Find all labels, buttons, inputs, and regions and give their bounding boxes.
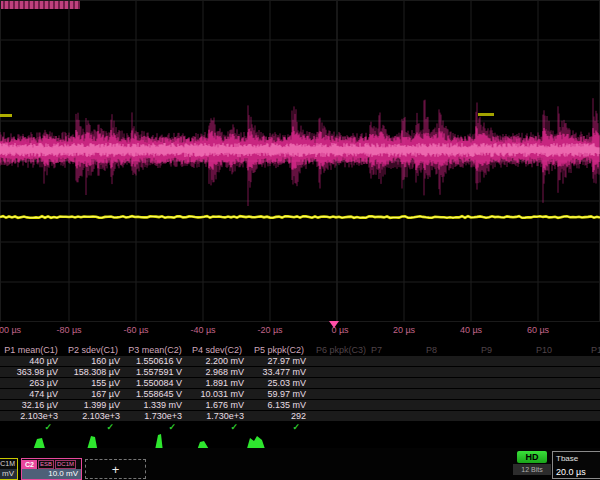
param-header-cell[interactable]: P9 xyxy=(475,345,530,356)
c1-level-marker xyxy=(478,113,494,116)
measure-value-cell: 1.557591 V xyxy=(124,367,186,377)
hd-mode-badge[interactable]: HD xyxy=(517,451,547,463)
measure-value-cell xyxy=(530,400,585,410)
measure-value-cell xyxy=(585,378,600,388)
measure-value-cell xyxy=(475,378,530,388)
c2-esb-badge: ESB xyxy=(38,460,54,469)
param-header-cell[interactable]: P3 mean(C2) xyxy=(124,345,186,356)
param-header-cell[interactable]: P2 sdev(C1) xyxy=(62,345,124,356)
measure-value-cell: 167 µV xyxy=(62,389,124,399)
measure-value-cell xyxy=(530,411,585,421)
measurement-table: P1 mean(C1)P2 sdev(C1)P3 mean(C2)P4 sdev… xyxy=(0,345,600,433)
measure-value-cell: 292 xyxy=(248,411,310,421)
c1-level-marker-left[interactable] xyxy=(0,114,12,117)
c2-coupling-badge: DC1M xyxy=(55,460,76,469)
timebase-label: Tbase xyxy=(553,452,600,466)
c1-scale-value: 0 mV xyxy=(0,469,17,479)
oscilloscope-screen: -100 µs-80 µs-60 µs-40 µs-20 µs0 µs20 µs… xyxy=(0,0,600,480)
measure-value-cell xyxy=(475,389,530,399)
trigger-position-marker[interactable] xyxy=(329,321,339,328)
measure-value-cell: 1.891 mV xyxy=(186,378,248,388)
measure-value-cell: 10.031 mV xyxy=(186,389,248,399)
axis-tick-label: -60 µs xyxy=(123,325,148,335)
measure-value-cell xyxy=(420,356,475,366)
measure-value-cell xyxy=(530,378,585,388)
measure-value-cell xyxy=(585,389,600,399)
measure-value-cell: 25.03 mV xyxy=(248,378,310,388)
measure-value-cell xyxy=(420,367,475,377)
measure-value-cell xyxy=(475,400,530,410)
plus-icon: + xyxy=(112,462,120,477)
measure-value-cell: 440 µV xyxy=(0,356,62,366)
axis-tick-label: -20 µs xyxy=(257,325,282,335)
descriptor-bar: DC1M 0 mV C2 ESB DC1M 10.0 mV + HD 12 Bi… xyxy=(0,448,600,480)
param-header-cell[interactable]: P1 mean(C1) xyxy=(0,345,62,356)
measure-value-cell: 363.98 µV xyxy=(0,367,62,377)
measure-value-cell xyxy=(585,411,600,421)
measure-value-cell: 6.135 mV xyxy=(248,400,310,410)
measure-value-cell xyxy=(585,400,600,410)
measure-value-cell: 1.676 mV xyxy=(186,400,248,410)
measure-value-cell xyxy=(310,367,365,377)
c1-descriptor-box[interactable]: DC1M 0 mV xyxy=(0,458,18,480)
param-header-cell[interactable]: P4 sdev(C2) xyxy=(186,345,248,356)
measure-value-cell: 2.103e+3 xyxy=(0,411,62,421)
measure-value-cell xyxy=(420,400,475,410)
param-header-cell[interactable]: P6 pkpk(C3) xyxy=(310,345,365,356)
c1-trace xyxy=(0,216,600,218)
measure-value-cell: 32.16 µV xyxy=(0,400,62,410)
measure-value-cell: 160 µV xyxy=(62,356,124,366)
measure-value-cell xyxy=(475,411,530,421)
measure-value-cell xyxy=(310,400,365,410)
measure-value-cell: 1.399 µV xyxy=(62,400,124,410)
c2-scale-value: 10.0 mV xyxy=(22,469,81,479)
measure-value-cell xyxy=(365,367,420,377)
param-header-cell[interactable]: P11 xyxy=(585,345,600,356)
measure-value-cell: 2.103e+3 xyxy=(62,411,124,421)
param-header-cell[interactable]: P7 xyxy=(365,345,420,356)
axis-tick-label: -100 µs xyxy=(0,325,21,335)
measure-value-cell xyxy=(420,389,475,399)
measure-value-cell xyxy=(310,411,365,421)
measure-value-cell xyxy=(310,389,365,399)
graticule-and-traces xyxy=(0,0,600,322)
c2-noise-trace xyxy=(0,98,599,206)
measure-value-cell xyxy=(475,356,530,366)
timebase-axis: -100 µs-80 µs-60 µs-40 µs-20 µs0 µs20 µs… xyxy=(0,321,600,338)
axis-tick-label: -40 µs xyxy=(190,325,215,335)
measure-value-cell: 27.97 mV xyxy=(248,356,310,366)
measure-value-cell: 1.550616 V xyxy=(124,356,186,366)
measure-value-cell: 1.550084 V xyxy=(124,378,186,388)
measure-value-cell xyxy=(310,378,365,388)
c2-descriptor-box[interactable]: C2 ESB DC1M 10.0 mV xyxy=(21,458,82,480)
measure-value-cell xyxy=(475,367,530,377)
measure-value-cell xyxy=(585,356,600,366)
measure-value-cell: 155 µV xyxy=(62,378,124,388)
measure-value-cell xyxy=(365,356,420,366)
measure-value-cell: 1.730e+3 xyxy=(124,411,186,421)
param-header-cell[interactable]: P5 pkpk(C2) xyxy=(248,345,310,356)
hd-bits-label: 12 Bits xyxy=(513,464,551,475)
measure-value-cell xyxy=(420,411,475,421)
measure-value-cell xyxy=(365,378,420,388)
measure-value-cell: 59.97 mV xyxy=(248,389,310,399)
measure-value-cell xyxy=(365,389,420,399)
measure-value-cell: 2.968 mV xyxy=(186,367,248,377)
measure-value-cell xyxy=(365,400,420,410)
axis-tick-label: 40 µs xyxy=(460,325,482,335)
measure-value-cell xyxy=(365,411,420,421)
measure-value-cell: 474 µV xyxy=(0,389,62,399)
measure-value-cell xyxy=(585,367,600,377)
measure-value-cell: 263 µV xyxy=(0,378,62,388)
measure-value-cell: 1.558645 V xyxy=(124,389,186,399)
measure-value-cell: 158.308 µV xyxy=(62,367,124,377)
axis-tick-label: 20 µs xyxy=(393,325,415,335)
add-trace-button[interactable]: + xyxy=(85,459,146,479)
c2-channel-badge: C2 xyxy=(22,460,37,469)
measure-value-cell xyxy=(530,356,585,366)
param-header-cell[interactable]: P8 xyxy=(420,345,475,356)
param-header-cell[interactable]: P10 xyxy=(530,345,585,356)
measure-value-cell: 1.730e+3 xyxy=(186,411,248,421)
measure-value-cell xyxy=(310,356,365,366)
timebase-descriptor-box[interactable]: Tbase 20.0 µs xyxy=(552,451,600,479)
